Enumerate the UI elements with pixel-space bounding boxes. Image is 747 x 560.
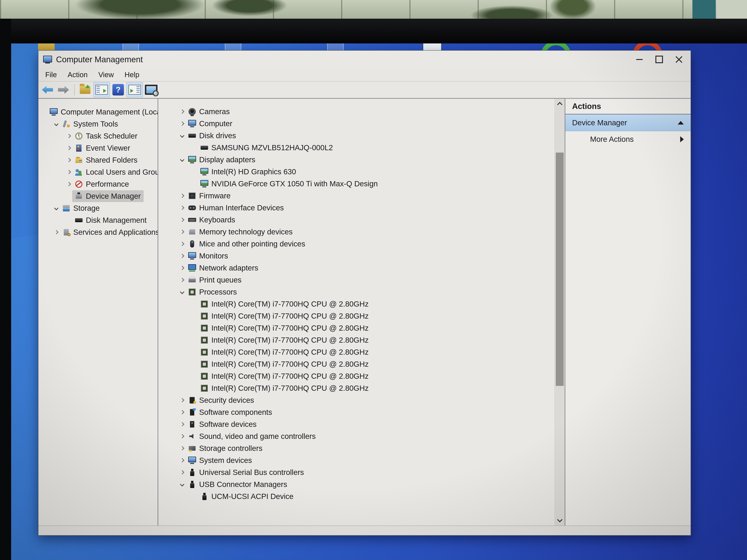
tree-row-content[interactable]: Sound, video and game controllers [186, 431, 318, 442]
chevron-icon[interactable] [67, 146, 73, 151]
chevron-icon[interactable] [180, 133, 186, 138]
tree-row[interactable]: Computer [158, 117, 565, 130]
tree-row[interactable]: Mice and other pointing devices [158, 238, 565, 250]
tree-row-content[interactable]: System Tools [60, 118, 121, 130]
chevron-icon[interactable] [67, 182, 73, 186]
tree-row-content[interactable]: Performance [73, 179, 131, 190]
tree-row-content[interactable]: Task Scheduler [73, 131, 140, 142]
chevron-icon[interactable] [67, 134, 73, 138]
maximize-button[interactable] [649, 53, 669, 66]
tree-row[interactable]: Intel(R) Core(TM) i7-7700HQ CPU @ 2.80GH… [158, 310, 565, 322]
chevron-icon[interactable] [180, 446, 186, 451]
tree-row[interactable]: Firmware [158, 190, 565, 202]
chevron-icon[interactable] [67, 158, 73, 162]
tree-row-content[interactable]: Device Manager [73, 191, 143, 202]
help-button[interactable] [110, 83, 126, 97]
chevron-icon[interactable] [54, 230, 60, 235]
tree-row[interactable]: Shared Folders [38, 154, 158, 166]
chevron-icon[interactable] [180, 121, 186, 126]
chevron-icon[interactable] [180, 434, 186, 439]
tree-row[interactable]: Intel(R) Core(TM) i7-7700HQ CPU @ 2.80GH… [158, 382, 565, 394]
tree-row-content[interactable]: Intel(R) Core(TM) i7-7700HQ CPU @ 2.80GH… [198, 347, 371, 358]
chevron-icon[interactable] [180, 410, 186, 415]
tree-row-content[interactable]: Intel(R) Core(TM) i7-7700HQ CPU @ 2.80GH… [198, 323, 371, 334]
tree-row-content[interactable]: Mice and other pointing devices [186, 238, 308, 249]
tree-row-content[interactable]: Event Viewer [73, 142, 133, 154]
tree-row-content[interactable]: Shared Folders [73, 155, 140, 166]
forward-button[interactable] [56, 83, 72, 97]
tree-row-content[interactable]: Intel(R) Core(TM) i7-7700HQ CPU @ 2.80GH… [198, 371, 371, 382]
back-button[interactable] [40, 83, 55, 97]
tree-row-content[interactable]: Intel(R) Core(TM) i7-7700HQ CPU @ 2.80GH… [198, 383, 371, 394]
tree-row-content[interactable]: Local Users and Groups [73, 166, 158, 178]
tree-row[interactable]: SAMSUNG MZVLB512HAJQ-000L2 [158, 142, 565, 154]
tree-row-content[interactable]: Memory technology devices [186, 226, 295, 237]
tree-row-content[interactable]: Intel(R) Core(TM) i7-7700HQ CPU @ 2.80GH… [198, 335, 371, 346]
menu-item-file[interactable]: File [40, 71, 62, 79]
tree-row-content[interactable]: Security devices [186, 395, 257, 406]
tree-row-content[interactable]: Intel(R) Core(TM) i7-7700HQ CPU @ 2.80GH… [198, 358, 371, 370]
menu-item-help[interactable]: Help [119, 71, 145, 79]
tree-row-content[interactable]: Computer [186, 118, 235, 129]
tree-row[interactable]: Human Interface Devices [158, 202, 565, 214]
tree-row[interactable]: Storage controllers [158, 442, 565, 454]
chevron-icon[interactable] [180, 422, 186, 427]
tree-row[interactable]: Task Scheduler [38, 130, 158, 142]
tree-row-content[interactable]: Storage [60, 203, 102, 214]
tree-row[interactable]: System Tools [38, 118, 158, 130]
expand-arrow-icon[interactable] [680, 136, 684, 142]
chevron-icon[interactable] [180, 157, 186, 162]
action-item[interactable]: More Actions [565, 131, 691, 148]
tree-row-content[interactable]: Intel(R) Core(TM) i7-7700HQ CPU @ 2.80GH… [198, 311, 371, 322]
tree-row-content[interactable]: Software devices [186, 419, 259, 430]
up-level-button[interactable] [77, 83, 93, 97]
action-item[interactable]: Device Manager [565, 114, 691, 131]
tree-row[interactable]: Storage [38, 202, 158, 214]
tree-row-content[interactable]: USB Connector Managers [186, 479, 290, 490]
scrollbar-thumb[interactable] [556, 153, 564, 386]
chevron-icon[interactable] [180, 278, 186, 282]
tree-row[interactable]: Monitors [158, 250, 565, 262]
tree-row[interactable]: Disk drives [158, 130, 565, 142]
chevron-icon[interactable] [180, 193, 186, 198]
tree-row-content[interactable]: Storage controllers [186, 443, 265, 454]
scan-hardware-button[interactable] [143, 83, 159, 97]
menu-item-action[interactable]: Action [62, 71, 93, 79]
chevron-icon[interactable] [180, 458, 186, 463]
titlebar[interactable]: Computer Management [38, 51, 691, 68]
chevron-icon[interactable] [180, 266, 186, 270]
chevron-icon[interactable] [180, 290, 186, 294]
tree-row[interactable]: Software components [158, 406, 565, 418]
tree-row[interactable]: Computer Management (Local) [38, 106, 158, 118]
tree-row[interactable]: Cameras [158, 106, 565, 117]
show-console-tree-button[interactable] [93, 82, 110, 97]
tree-row-content[interactable]: Disk drives [186, 130, 238, 141]
minimize-button[interactable] [629, 53, 649, 66]
collapse-arrow-icon[interactable] [678, 121, 684, 125]
properties-button[interactable] [126, 82, 143, 97]
vertical-scrollbar[interactable] [555, 99, 565, 526]
tree-row-content[interactable]: Firmware [186, 190, 233, 202]
tree-row-content[interactable]: NVIDIA GeForce GTX 1050 Ti with Max-Q De… [198, 178, 380, 189]
tree-row[interactable]: Device Manager [38, 190, 158, 202]
tree-row[interactable]: Print queues [158, 274, 565, 286]
tree-row-content[interactable]: Universal Serial Bus controllers [186, 467, 307, 478]
chevron-icon[interactable] [180, 254, 186, 258]
tree-row[interactable]: Software devices [158, 418, 565, 430]
close-button[interactable] [669, 53, 689, 66]
tree-row-content[interactable]: Cameras [186, 106, 232, 117]
tree-row-content[interactable]: Computer Management (Local) [47, 106, 158, 117]
tree-row[interactable]: Intel(R) Core(TM) i7-7700HQ CPU @ 2.80GH… [158, 334, 565, 346]
tree-row[interactable]: UCM-UCSI ACPI Device [158, 490, 565, 502]
tree-row-content[interactable]: Disk Management [73, 215, 149, 226]
tree-row[interactable]: Intel(R) Core(TM) i7-7700HQ CPU @ 2.80GH… [158, 358, 565, 370]
tree-row[interactable]: Disk Management [38, 214, 158, 226]
tree-row[interactable]: NVIDIA GeForce GTX 1050 Ti with Max-Q De… [158, 178, 565, 190]
tree-row-content[interactable]: Monitors [186, 250, 231, 262]
tree-row[interactable]: Display adapters [158, 154, 565, 166]
tree-row[interactable]: Performance [38, 178, 158, 190]
tree-row-content[interactable]: Human Interface Devices [186, 202, 286, 213]
chevron-icon[interactable] [54, 122, 60, 126]
tree-row[interactable]: Intel(R) Core(TM) i7-7700HQ CPU @ 2.80GH… [158, 298, 565, 310]
chevron-icon[interactable] [180, 206, 186, 210]
